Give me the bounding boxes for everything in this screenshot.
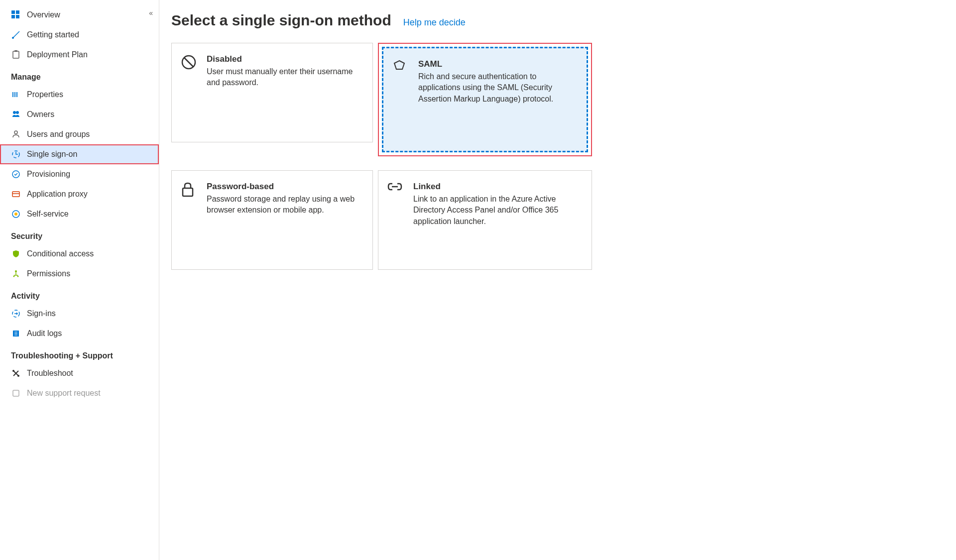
sidebar-item-sign-ins[interactable]: Sign-ins xyxy=(0,304,159,324)
card-desc: Link to an application in the Azure Acti… xyxy=(413,194,583,227)
sso-card-disabled[interactable]: Disabled User must manually enter their … xyxy=(171,43,373,142)
sidebar-item-permissions[interactable]: Permissions xyxy=(0,264,159,284)
link-icon xyxy=(387,182,404,258)
svg-point-22 xyxy=(13,276,15,277)
section-header-troubleshooting: Troubleshooting + Support xyxy=(0,343,159,363)
signins-icon xyxy=(11,309,21,319)
proxy-icon xyxy=(11,189,21,199)
card-title: Disabled xyxy=(207,54,363,64)
sidebar-item-label: New support request xyxy=(27,389,101,398)
overview-icon xyxy=(11,10,21,20)
sso-card-password[interactable]: Password-based Password storage and repl… xyxy=(171,170,373,270)
section-header-security: Security xyxy=(0,224,159,244)
svg-point-12 xyxy=(14,131,17,134)
card-title: Password-based xyxy=(207,182,363,192)
disabled-icon xyxy=(181,54,198,131)
collapse-sidebar-icon[interactable]: « xyxy=(149,9,153,17)
sso-method-cards: Disabled User must manually enter their … xyxy=(171,43,944,270)
support-icon xyxy=(11,388,21,398)
svg-rect-1 xyxy=(16,10,19,14)
troubleshoot-icon xyxy=(11,368,21,378)
svg-point-29 xyxy=(12,370,14,372)
svg-point-10 xyxy=(13,111,16,114)
permissions-icon xyxy=(11,269,21,279)
auditlogs-icon xyxy=(11,329,21,338)
sidebar-item-label: Permissions xyxy=(27,269,70,278)
sidebar-item-label: Provisioning xyxy=(27,170,70,179)
svg-point-4 xyxy=(12,37,14,39)
main-header: Select a single sign-on method Help me d… xyxy=(171,12,944,29)
svg-rect-15 xyxy=(12,192,19,197)
svg-point-18 xyxy=(14,213,17,216)
svg-point-11 xyxy=(16,111,19,114)
card-desc: User must manually enter their username … xyxy=(207,66,363,89)
rocket-icon xyxy=(11,30,21,40)
svg-rect-6 xyxy=(14,50,17,52)
owners-icon xyxy=(11,110,21,119)
sidebar-item-users-groups[interactable]: Users and groups xyxy=(0,124,159,144)
saml-icon xyxy=(392,59,409,140)
sidebar-item-properties[interactable]: Properties xyxy=(0,85,159,105)
card-desc: Rich and secure authentication to applic… xyxy=(418,71,578,105)
svg-rect-31 xyxy=(13,390,19,396)
svg-point-19 xyxy=(15,270,17,272)
card-title: SAML xyxy=(418,59,578,69)
section-header-activity: Activity xyxy=(0,284,159,304)
main-content: Select a single sign-on method Help me d… xyxy=(159,0,956,560)
sidebar-item-label: Deployment Plan xyxy=(27,50,88,59)
svg-rect-3 xyxy=(16,15,19,18)
lock-icon xyxy=(181,182,198,258)
sidebar-item-provisioning[interactable]: Provisioning xyxy=(0,164,159,184)
sidebar-item-getting-started[interactable]: Getting started xyxy=(0,25,159,45)
svg-line-33 xyxy=(184,58,193,67)
page-title: Select a single sign-on method xyxy=(171,12,391,29)
sidebar-item-conditional-access[interactable]: Conditional access xyxy=(0,244,159,264)
section-header-manage: Manage xyxy=(0,65,159,85)
sidebar-item-troubleshoot[interactable]: Troubleshoot xyxy=(0,363,159,383)
sidebar-item-label: Overview xyxy=(27,10,60,19)
shield-icon xyxy=(11,249,21,259)
sidebar-item-label: Getting started xyxy=(27,30,79,39)
sidebar-item-label: Properties xyxy=(27,90,63,99)
sidebar-item-new-support-request[interactable]: New support request xyxy=(0,383,159,403)
sidebar-item-self-service[interactable]: Self-service xyxy=(0,204,159,224)
sso-card-linked[interactable]: Linked Link to an application in the Azu… xyxy=(378,170,592,270)
help-me-decide-link[interactable]: Help me decide xyxy=(403,17,466,28)
self-service-icon xyxy=(11,209,21,219)
svg-point-30 xyxy=(17,375,19,377)
sso-card-saml-wrapper: SAML Rich and secure authentication to a… xyxy=(378,43,592,156)
sidebar-item-label: Application proxy xyxy=(27,190,88,199)
card-title: Linked xyxy=(413,182,583,192)
sidebar-item-label: Sign-ins xyxy=(27,309,56,318)
svg-rect-5 xyxy=(13,51,19,58)
sidebar: « Overview Getting started Deployment Pl… xyxy=(0,0,159,560)
sso-card-saml[interactable]: SAML Rich and secure authentication to a… xyxy=(382,47,588,152)
sidebar-item-label: Self-service xyxy=(27,210,69,219)
properties-icon xyxy=(11,90,21,100)
sidebar-item-overview[interactable]: Overview xyxy=(0,5,159,25)
sidebar-item-label: Users and groups xyxy=(27,130,90,139)
sso-card-password-wrapper: Password-based Password storage and repl… xyxy=(171,170,373,270)
users-icon xyxy=(11,129,21,139)
sidebar-item-label: Single sign-on xyxy=(27,150,77,159)
sidebar-item-deployment-plan[interactable]: Deployment Plan xyxy=(0,45,159,65)
sidebar-item-audit-logs[interactable]: Audit logs xyxy=(0,324,159,343)
svg-rect-34 xyxy=(183,188,193,196)
sidebar-item-label: Conditional access xyxy=(27,249,94,258)
sso-icon xyxy=(11,149,21,159)
sidebar-item-label: Owners xyxy=(27,110,54,119)
svg-rect-2 xyxy=(11,15,15,18)
clipboard-icon xyxy=(11,50,21,60)
sso-card-linked-wrapper: Linked Link to an application in the Azu… xyxy=(378,170,592,270)
card-desc: Password storage and replay using a web … xyxy=(207,194,363,216)
sidebar-item-label: Audit logs xyxy=(27,329,62,338)
sidebar-item-owners[interactable]: Owners xyxy=(0,105,159,124)
sidebar-item-label: Troubleshoot xyxy=(27,369,73,378)
provisioning-icon xyxy=(11,169,21,179)
sidebar-item-application-proxy[interactable]: Application proxy xyxy=(0,184,159,204)
svg-point-23 xyxy=(17,276,19,277)
sidebar-item-single-sign-on[interactable]: Single sign-on xyxy=(0,144,159,164)
svg-rect-0 xyxy=(11,10,15,14)
sso-card-disabled-wrapper: Disabled User must manually enter their … xyxy=(171,43,373,156)
